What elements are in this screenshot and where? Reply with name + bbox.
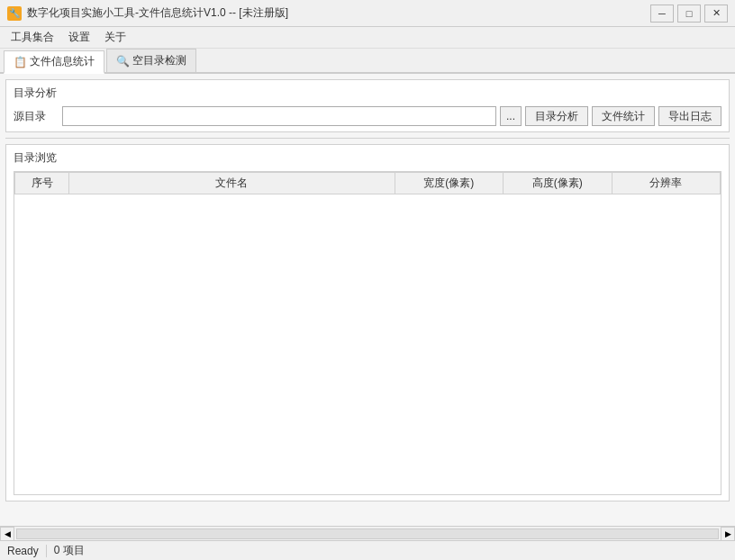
tab-bar: 📋 文件信息统计 🔍 空目录检测 xyxy=(0,49,735,74)
status-divider xyxy=(46,545,47,557)
app-icon: 🔧 xyxy=(7,6,22,21)
source-dir-label: 源目录 xyxy=(14,109,59,124)
title-bar: 🔧 数字化项目实施小工具-文件信息统计V1.0 -- [未注册版] ─ □ ✕ xyxy=(0,0,735,27)
menu-item-tools[interactable]: 工具集合 xyxy=(4,27,61,48)
scroll-left-arrow[interactable]: ◀ xyxy=(0,527,14,541)
dir-analysis-title: 目录分析 xyxy=(14,86,721,101)
scroll-right-arrow[interactable]: ▶ xyxy=(721,527,735,541)
file-table-container[interactable]: 序号 文件名 宽度(像素) 高度(像素) 分辨率 xyxy=(14,171,721,495)
file-stat-button[interactable]: 文件统计 xyxy=(592,106,655,126)
menu-item-settings[interactable]: 设置 xyxy=(61,27,97,48)
col-header-height: 高度(像素) xyxy=(504,173,612,194)
browse-button[interactable]: ... xyxy=(500,106,522,126)
status-bar: Ready 0 项目 xyxy=(0,540,735,560)
tab-file-info-icon: 📋 xyxy=(14,56,26,68)
col-header-width: 宽度(像素) xyxy=(395,173,503,194)
tab-empty-dir-label: 空目录检测 xyxy=(132,53,186,68)
scroll-area: ◀ ▶ xyxy=(0,526,735,540)
tab-file-info[interactable]: 📋 文件信息统计 xyxy=(4,50,104,74)
source-dir-input[interactable] xyxy=(62,106,496,126)
export-log-button[interactable]: 导出日志 xyxy=(658,106,721,126)
dir-analysis-section: 目录分析 源目录 ... 目录分析 文件统计 导出日志 xyxy=(5,79,730,132)
title-text: 数字化项目实施小工具-文件信息统计V1.0 -- [未注册版] xyxy=(27,5,288,21)
tab-file-info-label: 文件信息统计 xyxy=(30,54,95,69)
analyze-button[interactable]: 目录分析 xyxy=(525,106,588,126)
window-controls: ─ □ ✕ xyxy=(650,5,728,23)
main-content: 目录分析 源目录 ... 目录分析 文件统计 导出日志 目录浏览 序号 xyxy=(0,74,735,526)
status-ready-text: Ready xyxy=(7,545,39,557)
close-button[interactable]: ✕ xyxy=(704,5,728,23)
file-table: 序号 文件名 宽度(像素) 高度(像素) 分辨率 xyxy=(14,172,721,194)
menu-item-about[interactable]: 关于 xyxy=(97,27,133,48)
col-header-seq: 序号 xyxy=(15,173,69,194)
tab-empty-dir[interactable]: 🔍 空目录检测 xyxy=(106,49,196,72)
minimize-button[interactable]: ─ xyxy=(650,5,674,23)
browse-section: 目录浏览 序号 文件名 宽度(像素) 高度(像素) 分辨率 xyxy=(5,144,730,501)
section-divider xyxy=(5,138,730,139)
menu-bar: 工具集合 设置 关于 xyxy=(0,27,735,49)
maximize-button[interactable]: □ xyxy=(677,5,701,23)
dir-analysis-row: 源目录 ... 目录分析 文件统计 导出日志 xyxy=(14,106,721,126)
table-header-row: 序号 文件名 宽度(像素) 高度(像素) 分辨率 xyxy=(15,173,721,194)
content-wrapper: 目录分析 源目录 ... 目录分析 文件统计 导出日志 目录浏览 序号 xyxy=(0,74,735,560)
horizontal-scrollbar[interactable] xyxy=(16,528,719,539)
col-header-res: 分辨率 xyxy=(612,173,721,194)
title-bar-left: 🔧 数字化项目实施小工具-文件信息统计V1.0 -- [未注册版] xyxy=(7,5,288,21)
browse-section-title: 目录浏览 xyxy=(14,150,721,166)
col-header-name: 文件名 xyxy=(69,173,395,194)
status-item-count: 0 项目 xyxy=(54,543,85,558)
tab-empty-dir-icon: 🔍 xyxy=(116,55,129,68)
